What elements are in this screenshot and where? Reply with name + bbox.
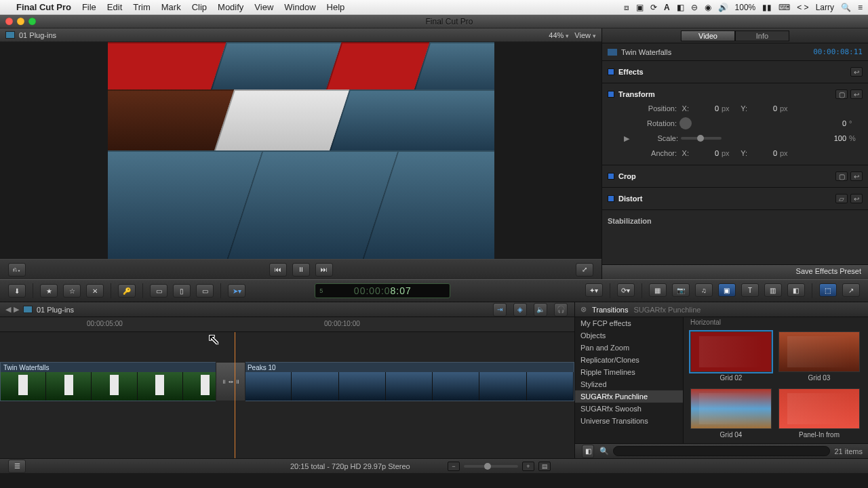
next-frame-button[interactable]: ⏭ — [315, 263, 333, 277]
adobe-icon[interactable]: A — [664, 3, 670, 12]
tab-video[interactable]: Video — [681, 30, 735, 41]
tool-select-button[interactable]: ➤▾ — [228, 284, 245, 298]
timeline-history-fwd-button[interactable]: ▶ — [14, 305, 19, 314]
window-close-button[interactable] — [5, 18, 13, 25]
insert-clip-button[interactable]: ▯ — [173, 284, 191, 298]
timeline-ruler[interactable]: 00:00:05:00 00:00:10:00 — [0, 317, 574, 332]
zoom-out-button[interactable]: − — [448, 462, 460, 471]
prev-frame-button[interactable]: ⏮ — [269, 263, 287, 277]
category-item[interactable]: SUGARfx Swoosh — [575, 403, 683, 415]
screenflow-icon[interactable]: ▣ — [636, 3, 644, 12]
reject-button[interactable]: ✕ — [86, 284, 104, 298]
dropbox-icon[interactable]: ⧈ — [624, 3, 629, 12]
connect-clip-button[interactable]: ▭ — [150, 284, 167, 298]
generators-browser-button[interactable]: ▥ — [764, 283, 782, 297]
notification-center-icon[interactable]: ≡ — [858, 3, 863, 12]
timeline-tracks[interactable]: ↖ Twin Waterfalls Peaks 10 ⏸ ◀▶ ⏸ — [0, 332, 574, 458]
rotation-value[interactable]: 0 — [842, 119, 846, 127]
zoom-slider[interactable] — [464, 465, 518, 468]
section-stabilization[interactable]: Stabilization — [602, 210, 868, 232]
skimming-button[interactable]: ◈ — [513, 303, 527, 317]
category-item[interactable]: Universe Transitions — [575, 415, 683, 427]
menu-trim[interactable]: Trim — [133, 2, 151, 12]
viewer-view-menu[interactable]: View — [574, 31, 596, 39]
evernote-icon[interactable]: ◧ — [677, 3, 684, 12]
transition-clip[interactable]: ⏸ ◀▶ ⏸ — [216, 362, 245, 401]
titles-browser-button[interactable]: T — [741, 283, 759, 297]
effects-reset-button[interactable]: ↩ — [850, 67, 863, 77]
nav-icon[interactable]: < > — [797, 3, 808, 12]
crop-checkbox-icon[interactable] — [608, 173, 614, 180]
spotlight-icon[interactable]: 🔍 — [841, 3, 851, 12]
transition-thumb[interactable]: Grid 02 — [690, 331, 772, 382]
music-browser-button[interactable]: ♫ — [695, 283, 713, 297]
timeline-history-back-button[interactable]: ◀ — [5, 305, 11, 314]
clip-appearance-button[interactable]: ▤ — [538, 462, 551, 471]
category-item[interactable]: Replicator/Clones — [575, 354, 683, 366]
audio-skimming-button[interactable]: 🔈 — [534, 303, 547, 317]
transition-thumb[interactable]: Panel-In from — [778, 388, 860, 439]
clip-twin-waterfalls[interactable]: Twin Waterfalls — [0, 362, 229, 401]
enhance-button[interactable]: ✦▾ — [585, 283, 603, 297]
user-name[interactable]: Larry — [816, 3, 834, 12]
retime-menu-button[interactable]: ⎌▾ — [8, 263, 26, 277]
keyboard-icon[interactable]: ⌨ — [778, 3, 790, 12]
transition-thumb[interactable]: Grid 04 — [690, 388, 772, 439]
append-clip-button[interactable]: ▭ — [196, 284, 214, 298]
category-item[interactable]: Pan and Zoom — [575, 342, 683, 354]
clip-peaks-10[interactable]: Peaks 10 — [244, 362, 574, 401]
menu-window[interactable]: Window — [284, 2, 315, 12]
effects-checkbox-icon[interactable] — [608, 68, 614, 75]
category-item[interactable]: My FCP effects — [575, 317, 683, 329]
keyword-button[interactable]: 🔑 — [118, 284, 136, 298]
transform-onscreen-button[interactable]: ▢ — [835, 89, 848, 99]
position-y-value[interactable]: 0 — [750, 104, 777, 113]
transition-thumb[interactable]: Grid 03 — [778, 331, 860, 382]
distort-onscreen-button[interactable]: ▱ — [835, 194, 848, 203]
window-zoom-button[interactable] — [28, 18, 36, 25]
crop-reset-button[interactable]: ↩ — [850, 171, 863, 181]
search-input[interactable] — [613, 446, 830, 456]
zoom-in-button[interactable]: + — [522, 462, 534, 471]
section-distort[interactable]: Distort ▱↩ — [602, 188, 868, 210]
retime-button[interactable]: ⟳▾ — [617, 283, 635, 297]
category-item[interactable]: Stylized — [575, 378, 683, 390]
play-pause-button[interactable]: ⏸ — [292, 263, 310, 277]
anchor-x-value[interactable]: 0 — [692, 149, 719, 157]
viewer-canvas[interactable] — [0, 42, 601, 259]
window-minimize-button[interactable] — [17, 18, 24, 25]
menu-file[interactable]: File — [82, 2, 96, 12]
section-crop[interactable]: Crop ▢↩ — [602, 165, 868, 188]
transitions-browser-button[interactable]: ▣ — [718, 283, 736, 297]
crop-onscreen-button[interactable]: ▢ — [835, 171, 848, 181]
sync-icon[interactable]: ⟳ — [650, 3, 657, 12]
viewer-zoom[interactable]: 44% — [549, 31, 569, 39]
menu-view[interactable]: View — [254, 2, 273, 12]
category-item[interactable]: Objects — [575, 329, 683, 342]
menu-edit[interactable]: Edit — [107, 2, 122, 12]
battery-icon[interactable]: ▮▮ — [762, 3, 772, 12]
playhead[interactable] — [235, 332, 235, 458]
menu-modify[interactable]: Modify — [218, 2, 243, 12]
save-effects-preset-button[interactable]: Save Effects Preset — [602, 264, 868, 279]
app-menu[interactable]: Final Cut Pro — [16, 2, 71, 12]
unrate-button[interactable]: ☆ — [63, 284, 81, 298]
transform-checkbox-icon[interactable] — [608, 91, 614, 98]
menu-mark[interactable]: Mark — [161, 2, 181, 12]
menu-help[interactable]: Help — [327, 2, 345, 12]
scale-value[interactable]: 100 — [834, 134, 846, 142]
wifi-signal-icon[interactable]: ◉ — [705, 3, 711, 12]
anchor-y-value[interactable]: 0 — [750, 149, 777, 157]
scale-slider[interactable] — [681, 137, 722, 140]
browser-layout-button[interactable]: ◧ — [582, 445, 594, 458]
rotation-dial[interactable] — [679, 117, 692, 129]
favorite-button[interactable]: ★ — [40, 284, 58, 298]
photos-browser-button[interactable]: 📷 — [672, 283, 690, 297]
snapping-button[interactable]: ⇥ — [493, 303, 507, 317]
category-item[interactable]: Ripple Timelines — [575, 366, 683, 378]
inspector-toggle-button[interactable]: ⬚ — [819, 283, 837, 297]
section-effects[interactable]: Effects ↩ — [602, 61, 868, 83]
menu-clip[interactable]: Clip — [192, 2, 207, 12]
fullscreen-button[interactable]: ⤢ — [576, 263, 593, 277]
tab-info[interactable]: Info — [735, 30, 789, 41]
